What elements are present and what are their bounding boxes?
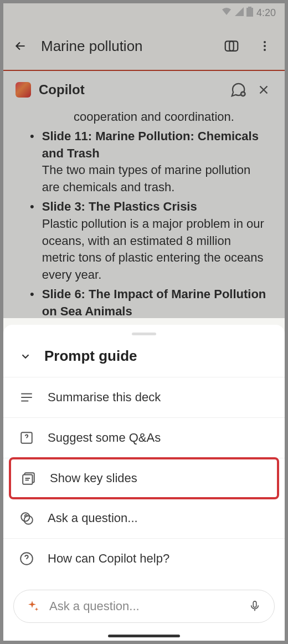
summarise-icon xyxy=(19,390,34,405)
option-ask-question[interactable]: Ask a question... xyxy=(3,498,285,539)
copilot-header-icon[interactable] xyxy=(222,36,241,56)
new-chat-icon[interactable] xyxy=(229,81,247,99)
qa-icon xyxy=(19,430,34,446)
option-label: Summarise this deck xyxy=(48,390,161,405)
sheet-title: Prompt guide xyxy=(44,347,137,365)
battery-icon xyxy=(246,7,253,19)
option-label: Suggest some Q&As xyxy=(48,431,161,445)
svg-rect-10 xyxy=(23,475,32,484)
app-header: Marine pollution xyxy=(3,22,285,71)
option-label: How can Copilot help? xyxy=(48,551,169,566)
svg-point-6 xyxy=(264,49,266,51)
slide-title: Slide 6: The Impact of Marine Pollution … xyxy=(42,287,266,318)
slides-icon xyxy=(21,471,37,486)
back-button[interactable] xyxy=(13,39,28,53)
slide-title: Slide 11: Marine Pollution: Chemicals an… xyxy=(42,129,259,160)
copilot-title: Copilot xyxy=(39,82,222,98)
status-bar: 4:20 xyxy=(3,3,285,22)
wifi-icon xyxy=(221,7,232,19)
signal-icon xyxy=(235,7,244,19)
copilot-response: cooperation and coordination. • Slide 11… xyxy=(3,109,285,320)
status-time: 4:20 xyxy=(256,7,276,19)
bullet-icon: • xyxy=(30,286,34,320)
bullet-icon: • xyxy=(30,198,34,284)
svg-rect-0 xyxy=(246,8,253,17)
home-indicator[interactable] xyxy=(108,635,180,637)
chevron-down-icon xyxy=(19,350,32,363)
list-item: • Slide 6: The Impact of Marine Pollutio… xyxy=(30,286,267,320)
sparkle-icon xyxy=(26,599,40,614)
option-help[interactable]: How can Copilot help? xyxy=(3,539,285,579)
option-summarise[interactable]: Summarise this deck xyxy=(3,377,285,418)
mic-icon[interactable] xyxy=(248,599,262,614)
sheet-drag-handle[interactable] xyxy=(132,333,156,335)
nav-bar xyxy=(3,631,285,641)
svg-rect-14 xyxy=(253,601,256,607)
close-button[interactable] xyxy=(255,81,272,99)
prompt-guide-sheet: Prompt guide Summarise this deck Suggest… xyxy=(3,325,285,641)
sheet-header[interactable]: Prompt guide xyxy=(3,347,285,377)
input-placeholder: Ask a question... xyxy=(49,599,239,614)
list-item: • Slide 11: Marine Pollution: Chemicals … xyxy=(30,128,267,196)
svg-point-5 xyxy=(264,45,266,47)
option-key-slides[interactable]: Show key slides xyxy=(9,457,279,499)
bullet-icon: • xyxy=(30,128,34,196)
response-text-fragment: cooperation and coordination. xyxy=(30,109,267,126)
option-qas[interactable]: Suggest some Q&As xyxy=(3,418,285,458)
chat-input[interactable]: Ask a question... xyxy=(13,590,275,623)
slide-description: The two main types of marine pollution a… xyxy=(42,163,251,194)
page-title: Marine pollution xyxy=(41,38,208,55)
copilot-logo-icon xyxy=(16,82,31,98)
list-item: • Slide 3: The Plastics Crisis Plastic p… xyxy=(30,198,267,284)
slide-title: Slide 3: The Plastics Crisis xyxy=(42,200,197,213)
ask-icon xyxy=(19,510,34,526)
svg-point-4 xyxy=(264,41,266,43)
option-label: Show key slides xyxy=(50,471,137,485)
svg-rect-1 xyxy=(248,7,251,8)
slide-description: Plastic pollution is a major problem in … xyxy=(42,217,264,282)
more-menu-icon[interactable] xyxy=(255,36,275,56)
help-icon xyxy=(19,551,34,566)
option-label: Ask a question... xyxy=(48,511,138,525)
